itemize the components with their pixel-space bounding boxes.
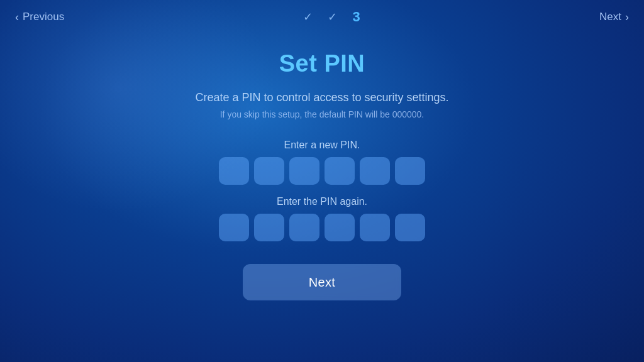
pin-box-4[interactable] xyxy=(325,157,355,185)
pin-box-3[interactable] xyxy=(289,157,319,185)
confirm-pin-group: Enter the PIN again. xyxy=(219,196,425,241)
confirm-pin-box-4[interactable] xyxy=(325,214,355,241)
pin-box-1[interactable] xyxy=(219,157,249,185)
previous-button[interactable]: ‹ Previous xyxy=(15,11,64,24)
chevron-right-icon: › xyxy=(625,11,629,24)
chevron-left-icon: ‹ xyxy=(15,11,19,24)
confirm-pin-box-3[interactable] xyxy=(289,214,319,241)
page-sub-description: If you skip this setup, the default PIN … xyxy=(220,109,425,119)
main-content: Set PIN Create a PIN to control access t… xyxy=(0,0,644,300)
confirm-pin-box-2[interactable] xyxy=(254,214,284,241)
next-nav-button[interactable]: Next › xyxy=(599,11,629,24)
new-pin-boxes xyxy=(219,157,425,185)
pin-box-2[interactable] xyxy=(254,157,284,185)
next-button[interactable]: Next xyxy=(243,264,401,300)
step-current: 3 xyxy=(352,9,360,25)
confirm-pin-label: Enter the PIN again. xyxy=(277,196,367,207)
next-nav-label: Next xyxy=(599,11,621,23)
pin-box-5[interactable] xyxy=(360,157,390,185)
page-description: Create a PIN to control access to securi… xyxy=(195,91,448,104)
step-indicators: ✓ ✓ 3 xyxy=(303,9,360,25)
new-pin-label: Enter a new PIN. xyxy=(284,140,360,151)
page-title: Set PIN xyxy=(279,50,365,77)
pin-section: Enter a new PIN. Enter the PIN again. xyxy=(219,140,425,241)
step-check-1: ✓ xyxy=(303,10,313,24)
confirm-pin-box-6[interactable] xyxy=(395,214,425,241)
step-check-2: ✓ xyxy=(328,10,337,24)
confirm-pin-box-1[interactable] xyxy=(219,214,249,241)
top-navigation: ‹ Previous ✓ ✓ 3 Next › xyxy=(0,0,644,34)
confirm-pin-boxes xyxy=(219,214,425,241)
pin-box-6[interactable] xyxy=(395,157,425,185)
confirm-pin-box-5[interactable] xyxy=(360,214,390,241)
previous-label: Previous xyxy=(23,11,64,23)
new-pin-group: Enter a new PIN. xyxy=(219,140,425,185)
